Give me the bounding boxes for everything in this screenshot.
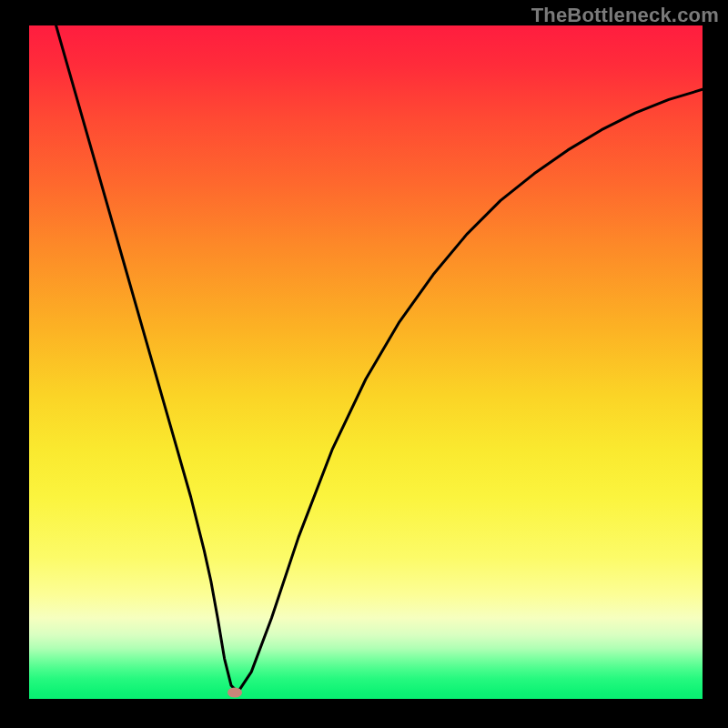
- chart-frame: TheBottleneck.com: [0, 0, 728, 728]
- min-marker: [228, 687, 242, 697]
- plot-area: [29, 25, 703, 699]
- bottleneck-curve: [29, 25, 703, 699]
- watermark-text: TheBottleneck.com: [531, 4, 719, 27]
